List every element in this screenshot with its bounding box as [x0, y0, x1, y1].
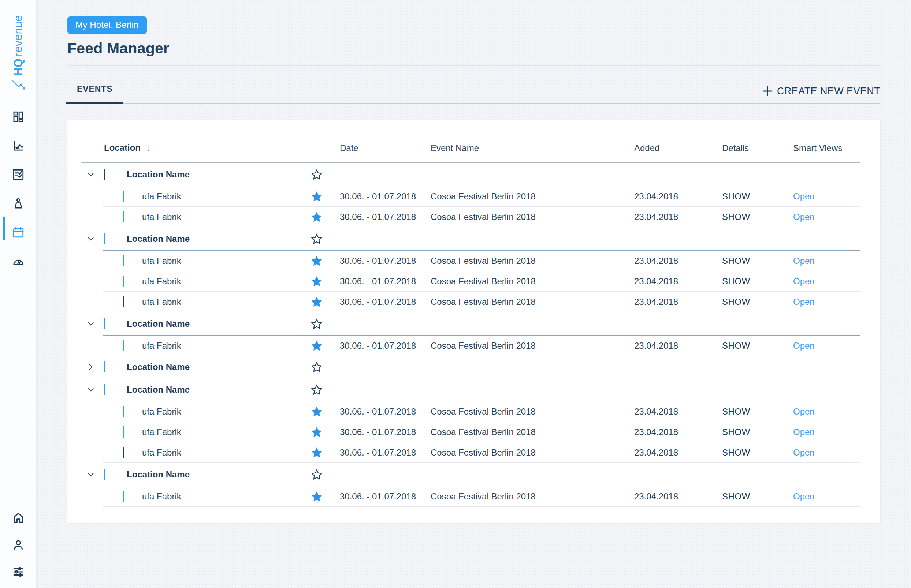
event-date: 30.06. - 01.07.2018 [330, 447, 425, 458]
checklist-icon [12, 168, 24, 181]
create-new-event-label: CREATE NEW EVENT [777, 86, 880, 97]
show-details-button[interactable]: SHOW [710, 212, 783, 222]
event-checkbox[interactable] [123, 211, 125, 223]
event-star-toggle[interactable] [304, 426, 330, 438]
event-star-toggle[interactable] [304, 212, 330, 223]
sort-descending-icon[interactable]: ↓ [146, 142, 151, 153]
group-star-toggle[interactable] [304, 233, 330, 245]
expand-collapse-toggle[interactable] [81, 362, 101, 372]
event-checkbox[interactable] [123, 255, 125, 267]
open-smart-view-link[interactable]: Open [783, 297, 860, 307]
sidebar-item-landmark[interactable] [12, 197, 25, 210]
event-star-toggle[interactable] [304, 191, 330, 202]
column-header-location[interactable]: Location ↓ [101, 142, 304, 163]
sidebar-item-user[interactable] [12, 538, 25, 551]
show-details-button[interactable]: SHOW [710, 256, 783, 266]
event-checkbox[interactable] [123, 340, 125, 351]
location-group-row: Location Name [81, 378, 860, 401]
column-header-added[interactable]: Added [623, 143, 710, 163]
group-star-toggle[interactable] [304, 169, 330, 180]
open-smart-view-link[interactable]: Open [783, 491, 860, 502]
column-header-event-name[interactable]: Event Name [425, 143, 623, 163]
event-checkbox[interactable] [123, 296, 125, 307]
event-date: 30.06. - 01.07.2018 [330, 427, 425, 437]
group-star-toggle[interactable] [304, 384, 330, 396]
event-name: Cosoa Festival Berlin 2018 [425, 276, 623, 286]
group-checkbox[interactable] [104, 233, 105, 244]
column-header-date[interactable]: Date [330, 143, 425, 163]
open-smart-view-link[interactable]: Open [783, 407, 860, 417]
expand-collapse-toggle[interactable] [81, 234, 101, 244]
event-star-toggle[interactable] [304, 491, 330, 502]
expand-collapse-toggle[interactable] [81, 319, 101, 329]
star-outline-icon [311, 384, 323, 396]
sidebar-item-checklist[interactable] [12, 168, 25, 181]
group-star-toggle[interactable] [304, 362, 330, 373]
tab-events[interactable]: EVENTS [67, 66, 123, 103]
event-star-toggle[interactable] [304, 340, 330, 352]
column-header-details[interactable]: Details [710, 143, 783, 163]
line-chart-logo-icon [11, 79, 26, 90]
event-date: 30.06. - 01.07.2018 [330, 407, 425, 417]
show-details-button[interactable]: SHOW [710, 276, 783, 286]
event-row: ufa Fabrik 30.06. - 01.07.2018 Cosoa Fes… [81, 486, 860, 507]
show-details-button[interactable]: SHOW [710, 341, 783, 351]
expand-collapse-toggle[interactable] [81, 470, 101, 479]
group-star-toggle[interactable] [304, 469, 330, 480]
show-details-button[interactable]: SHOW [710, 191, 783, 202]
group-checkbox[interactable] [104, 169, 105, 180]
show-details-button[interactable]: SHOW [710, 447, 783, 458]
column-header-smart-views[interactable]: Smart Views [783, 143, 860, 163]
event-checkbox[interactable] [123, 447, 125, 458]
group-checkbox[interactable] [104, 469, 105, 480]
show-details-button[interactable]: SHOW [710, 407, 783, 417]
plus-icon [762, 85, 773, 97]
open-smart-view-link[interactable]: Open [783, 447, 860, 458]
location-group-row: Location Name [81, 312, 860, 336]
show-details-button[interactable]: SHOW [710, 491, 783, 502]
open-smart-view-link[interactable]: Open [783, 427, 860, 437]
sidebar-item-dashboard[interactable] [12, 110, 25, 123]
event-checkbox[interactable] [123, 426, 125, 438]
event-star-toggle[interactable] [304, 447, 330, 459]
page-title: Feed Manager [67, 40, 880, 57]
location-group-row: Location Name [81, 463, 860, 486]
sidebar-item-home[interactable] [12, 511, 25, 524]
event-row: ufa Fabrik 30.06. - 01.07.2018 Cosoa Fes… [81, 336, 860, 356]
show-details-button[interactable]: SHOW [710, 297, 783, 307]
home-icon [12, 512, 24, 524]
sidebar-item-analytics[interactable] [12, 139, 25, 152]
event-star-toggle[interactable] [304, 276, 330, 287]
analytics-chart-icon [12, 139, 24, 152]
location-group-row: Location Name [81, 227, 860, 250]
group-star-toggle[interactable] [304, 318, 330, 330]
event-checkbox[interactable] [123, 406, 125, 417]
open-smart-view-link[interactable]: Open [783, 191, 860, 202]
event-added-date: 23.04.2018 [623, 297, 710, 307]
sidebar-item-settings[interactable] [12, 565, 25, 578]
expand-collapse-toggle[interactable] [81, 170, 101, 179]
event-checkbox[interactable] [123, 276, 125, 287]
header-divider [67, 65, 880, 66]
event-checkbox[interactable] [123, 491, 125, 502]
chevron-down-icon [86, 234, 95, 244]
open-smart-view-link[interactable]: Open [783, 212, 860, 222]
open-smart-view-link[interactable]: Open [783, 256, 860, 266]
group-checkbox[interactable] [104, 318, 105, 329]
sidebar-item-gauge[interactable] [12, 255, 25, 268]
event-star-toggle[interactable] [304, 406, 330, 417]
open-smart-view-link[interactable]: Open [783, 276, 860, 286]
event-star-toggle[interactable] [304, 255, 330, 267]
group-checkbox[interactable] [104, 384, 105, 395]
open-smart-view-link[interactable]: Open [783, 341, 860, 351]
group-checkbox[interactable] [104, 361, 105, 373]
show-details-button[interactable]: SHOW [710, 427, 783, 437]
expand-collapse-toggle[interactable] [81, 385, 101, 394]
event-star-toggle[interactable] [304, 296, 330, 308]
event-date: 30.06. - 01.07.2018 [330, 276, 425, 286]
user-icon [12, 539, 24, 551]
create-new-event-button[interactable]: CREATE NEW EVENT [762, 85, 880, 103]
event-checkbox[interactable] [123, 191, 125, 202]
event-added-date: 23.04.2018 [623, 341, 710, 351]
sidebar-item-calendar[interactable] [12, 226, 25, 239]
